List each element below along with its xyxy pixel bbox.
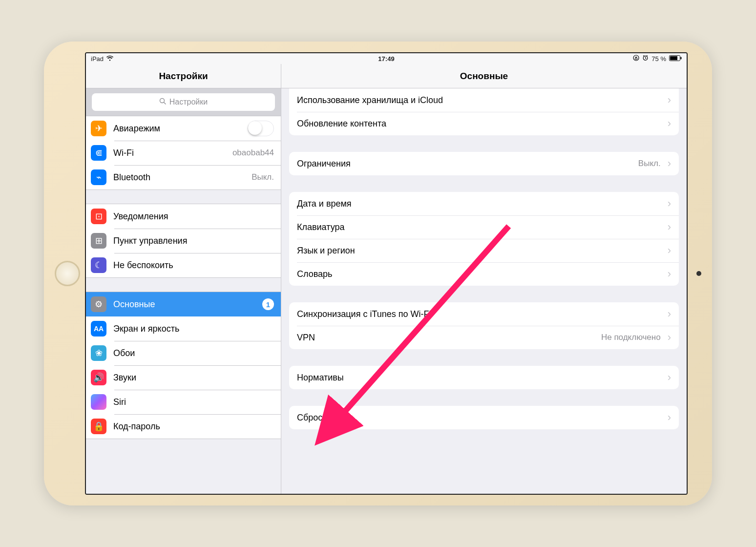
- sidebar-item-обои[interactable]: ❀Обои: [86, 341, 281, 365]
- settings-group: Дата и время›Клавиатура›Язык и регион›Сл…: [289, 192, 679, 286]
- sidebar-item-label: Не беспокоить: [113, 260, 274, 271]
- settings-group: Сброс›: [289, 406, 679, 429]
- search-placeholder: Настройки: [169, 98, 208, 106]
- wifi-status-icon: [106, 55, 113, 63]
- airplane-icon: ✈: [91, 121, 106, 136]
- settings-row-ограничения[interactable]: ОграниченияВыкл.›: [289, 152, 679, 175]
- settings-row-сброс[interactable]: Сброс›: [289, 406, 679, 429]
- sidebar-item-экран-и-яркость[interactable]: AAЭкран и яркость: [86, 316, 281, 341]
- sidebar-item-value: obaobab44: [232, 148, 274, 158]
- battery-percent: 75 %: [651, 55, 666, 63]
- chevron-right-icon: ›: [668, 411, 671, 424]
- sidebar-item-звуки[interactable]: 🔊Звуки: [86, 365, 281, 390]
- notifications-icon: ⊡: [91, 209, 106, 224]
- search-icon: [159, 98, 167, 107]
- sidebar-title: Настройки: [86, 64, 281, 88]
- status-bar: iPad 17:49 75 %: [86, 53, 687, 64]
- settings-row-обновление-контента[interactable]: Обновление контента›: [289, 112, 679, 135]
- main-title: Основные: [281, 64, 687, 88]
- settings-row-label: Синхронизация с iTunes по Wi-Fi: [297, 309, 661, 319]
- settings-group: ОграниченияВыкл.›: [289, 152, 679, 175]
- chevron-right-icon: ›: [668, 221, 671, 233]
- settings-row-нормативы[interactable]: Нормативы›: [289, 366, 679, 389]
- chevron-right-icon: ›: [668, 197, 671, 210]
- sidebar-item-label: Код-пароль: [113, 421, 274, 432]
- sidebar: Настройки Настройки ✈Авиарежим⋐Wi-Fiobao…: [86, 64, 281, 494]
- settings-group: Нормативы›: [289, 366, 679, 389]
- alarm-icon: [642, 55, 649, 63]
- home-button[interactable]: [55, 261, 80, 286]
- badge: 1: [262, 298, 274, 310]
- settings-row-value: Выкл.: [638, 159, 661, 168]
- bluetooth-icon: ⌁: [91, 169, 106, 185]
- toggle-switch[interactable]: [248, 121, 274, 136]
- settings-row-label: Обновление контента: [297, 119, 661, 129]
- sidebar-item-label: Обои: [113, 348, 274, 358]
- sidebar-item-siri[interactable]: Siri: [86, 390, 281, 414]
- sidebar-item-код-пароль[interactable]: 🔒Код-пароль: [86, 414, 281, 439]
- chevron-right-icon: ›: [668, 371, 671, 384]
- settings-group: Использование хранилища и iCloud›Обновле…: [289, 88, 679, 135]
- sidebar-item-label: Пункт управления: [113, 236, 274, 246]
- display-icon: AA: [91, 321, 106, 337]
- main-body[interactable]: Использование хранилища и iCloud›Обновле…: [281, 88, 687, 494]
- settings-row-дата-и-время[interactable]: Дата и время›: [289, 192, 679, 215]
- sidebar-item-пункт-управления[interactable]: ⊞Пункт управления: [86, 229, 281, 253]
- settings-row-использование-хранилища-и-icloud[interactable]: Использование хранилища и iCloud›: [289, 88, 679, 112]
- sidebar-item-не-беспокоить[interactable]: ☾Не беспокоить: [86, 253, 281, 277]
- settings-row-value: Не подключено: [601, 333, 661, 342]
- settings-row-label: Ограничения: [297, 159, 633, 169]
- dnd-icon: ☾: [91, 257, 106, 273]
- settings-row-синхронизация-с-itunes-по-wi-fi[interactable]: Синхронизация с iTunes по Wi-Fi›: [289, 302, 679, 326]
- chevron-right-icon: ›: [668, 117, 671, 130]
- main-panel: Основные Использование хранилища и iClou…: [281, 64, 687, 494]
- device-label: iPad: [91, 55, 104, 63]
- sounds-icon: 🔊: [91, 370, 106, 385]
- screen: iPad 17:49 75 % Настро: [85, 52, 688, 495]
- sidebar-item-bluetooth[interactable]: ⌁BluetoothВыкл.: [86, 165, 281, 189]
- sidebar-item-label: Основные: [113, 299, 255, 310]
- sidebar-item-авиарежим[interactable]: ✈Авиарежим: [86, 116, 281, 141]
- sidebar-item-основные[interactable]: ⚙Основные1: [86, 292, 281, 316]
- search-container: Настройки: [86, 88, 281, 116]
- svg-rect-3: [670, 56, 677, 60]
- front-camera: [696, 271, 701, 276]
- sidebar-item-label: Bluetooth: [113, 172, 245, 183]
- chevron-right-icon: ›: [668, 157, 671, 170]
- settings-row-клавиатура[interactable]: Клавиатура›: [289, 215, 679, 239]
- wallpaper-icon: ❀: [91, 345, 106, 361]
- settings-row-label: Дата и время: [297, 199, 661, 209]
- wifi-icon: ⋐: [91, 145, 106, 161]
- battery-icon: [669, 55, 682, 63]
- ipad-frame: iPad 17:49 75 % Настро: [44, 42, 712, 505]
- sidebar-item-label: Звуки: [113, 373, 274, 383]
- content: Настройки Настройки ✈Авиарежим⋐Wi-Fiobao…: [86, 64, 687, 494]
- orientation-lock-icon: [633, 55, 639, 63]
- sidebar-item-label: Экран и яркость: [113, 324, 274, 334]
- settings-row-словарь[interactable]: Словарь›: [289, 262, 679, 286]
- sidebar-item-label: Siri: [113, 397, 274, 407]
- sidebar-item-label: Wi-Fi: [113, 148, 226, 158]
- chevron-right-icon: ›: [668, 244, 671, 257]
- chevron-right-icon: ›: [668, 268, 671, 280]
- svg-rect-4: [680, 57, 681, 59]
- search-input[interactable]: Настройки: [92, 93, 275, 111]
- control-center-icon: ⊞: [91, 233, 106, 249]
- svg-point-5: [160, 98, 164, 103]
- siri-icon: [91, 394, 106, 410]
- settings-row-label: Использование хранилища и iCloud: [297, 95, 661, 105]
- sidebar-item-value: Выкл.: [252, 172, 274, 182]
- settings-row-label: Сброс: [297, 413, 661, 423]
- settings-row-label: Язык и регион: [297, 246, 661, 256]
- sidebar-item-wi-fi[interactable]: ⋐Wi-Fiobaobab44: [86, 141, 281, 165]
- settings-row-язык-и-регион[interactable]: Язык и регион›: [289, 239, 679, 262]
- settings-row-label: Клавиатура: [297, 222, 661, 232]
- general-icon: ⚙: [91, 296, 106, 312]
- sidebar-item-label: Авиарежим: [113, 124, 241, 134]
- status-time: 17:49: [288, 55, 484, 63]
- settings-row-label: VPN: [297, 333, 596, 343]
- passcode-icon: 🔒: [91, 419, 106, 434]
- sidebar-item-уведомления[interactable]: ⊡Уведомления: [86, 204, 281, 229]
- chevron-right-icon: ›: [668, 308, 671, 320]
- settings-row-vpn[interactable]: VPNНе подключено›: [289, 326, 679, 349]
